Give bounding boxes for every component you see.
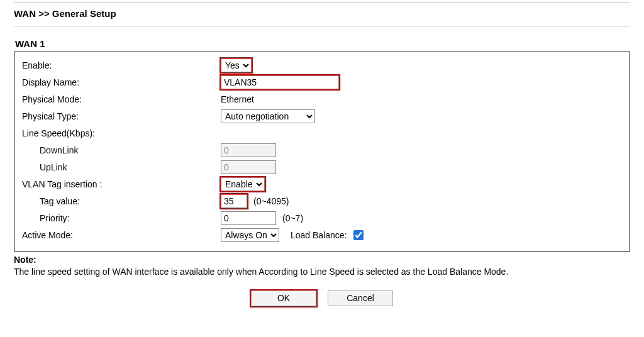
title-divider bbox=[14, 26, 630, 27]
row-enable: Enable: Yes bbox=[22, 58, 622, 73]
uplink-label: UpLink bbox=[22, 162, 221, 172]
downlink-label: DownLink bbox=[22, 145, 221, 155]
vlan-insertion-select[interactable]: Enable bbox=[221, 177, 265, 191]
priority-label: Priority: bbox=[22, 213, 221, 223]
enable-select[interactable]: Yes bbox=[221, 58, 252, 72]
top-divider bbox=[14, 3, 630, 3]
ok-button[interactable]: OK bbox=[251, 290, 316, 306]
row-line-speed: Line Speed(Kbps): bbox=[22, 126, 622, 141]
physical-type-select[interactable]: Auto negotiation bbox=[221, 109, 315, 123]
row-physical-mode: Physical Mode: Ethernet bbox=[22, 92, 622, 107]
display-name-input[interactable] bbox=[221, 75, 339, 89]
row-vlan-insertion: VLAN Tag insertion : Enable bbox=[22, 177, 622, 192]
physical-mode-label: Physical Mode: bbox=[22, 94, 221, 104]
line-speed-label: Line Speed(Kbps): bbox=[22, 128, 221, 138]
button-row: OK Cancel bbox=[14, 290, 630, 306]
downlink-input bbox=[221, 143, 276, 157]
row-active-mode: Active Mode: Always On Load Balance: bbox=[22, 228, 622, 243]
load-balance-checkbox[interactable] bbox=[353, 230, 364, 240]
display-name-label: Display Name: bbox=[22, 77, 221, 87]
tag-value-range: (0~4095) bbox=[253, 196, 289, 206]
enable-label: Enable: bbox=[22, 60, 221, 70]
priority-input[interactable] bbox=[221, 211, 276, 225]
row-uplink: UpLink bbox=[22, 160, 622, 175]
active-mode-select[interactable]: Always On bbox=[221, 228, 279, 242]
physical-mode-value: Ethernet bbox=[221, 94, 254, 104]
row-tag-value: Tag value: (0~4095) bbox=[22, 194, 622, 209]
vlan-insertion-label: VLAN Tag insertion : bbox=[22, 179, 221, 189]
uplink-input bbox=[221, 160, 276, 174]
tag-value-label: Tag value: bbox=[22, 196, 221, 206]
load-balance-label: Load Balance: bbox=[291, 230, 347, 240]
row-priority: Priority: (0~7) bbox=[22, 211, 622, 226]
physical-type-label: Physical Type: bbox=[22, 111, 221, 121]
priority-range: (0~7) bbox=[282, 213, 303, 223]
row-display-name: Display Name: bbox=[22, 75, 622, 90]
note-text: The line speed setting of WAN interface … bbox=[14, 267, 508, 277]
tag-value-input[interactable] bbox=[221, 194, 247, 208]
row-physical-type: Physical Type: Auto negotiation bbox=[22, 109, 622, 124]
note-label: Note: bbox=[14, 255, 36, 265]
section-title: WAN 1 bbox=[14, 38, 630, 49]
wan1-form-box: Enable: Yes Display Name: Physical Mode:… bbox=[14, 52, 630, 251]
cancel-button[interactable]: Cancel bbox=[328, 290, 393, 306]
row-downlink: DownLink bbox=[22, 143, 622, 158]
note-block: Note: The line speed setting of WAN inte… bbox=[14, 254, 630, 278]
page-title: WAN >> General Setup bbox=[14, 4, 630, 26]
active-mode-label: Active Mode: bbox=[22, 230, 221, 240]
